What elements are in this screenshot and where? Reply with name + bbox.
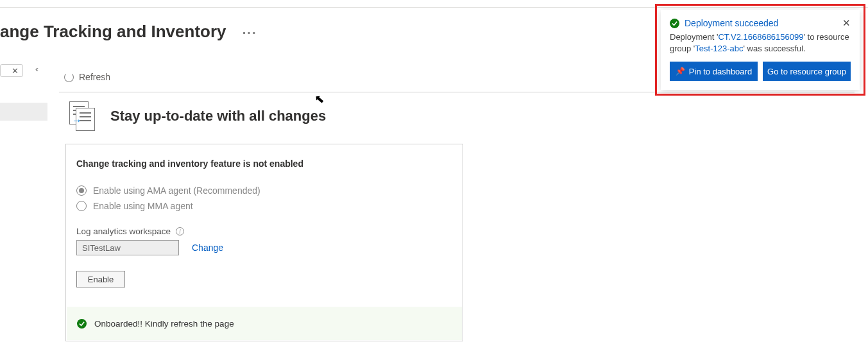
card-title: Change tracking and inventory feature is… — [76, 158, 452, 169]
close-panel-button[interactable]: ✕ — [0, 64, 23, 77]
toast-text: Deployment ' — [670, 32, 718, 42]
enable-button[interactable]: Enable — [76, 271, 125, 287]
nav-selected-item[interactable] — [0, 103, 47, 121]
collapse-nav-icon[interactable]: ‹‹ — [35, 65, 37, 74]
refresh-label: Refresh — [79, 72, 110, 82]
status-bar: Onboarded!! Kindly refresh the page — [67, 307, 462, 340]
enable-card: Change tracking and inventory feature is… — [65, 144, 463, 341]
refresh-button[interactable]: Refresh — [64, 72, 110, 82]
pin-label: Pin to dashboard — [689, 67, 752, 76]
hero-section: → Stay up-to-date with all changes — [68, 101, 326, 131]
workspace-label-text: Log analytics workspace — [76, 227, 171, 236]
toast-body: Deployment 'CT.V2.1668686156099' to reso… — [670, 31, 851, 54]
radio-ama-label: Enable using AMA agent (Recommended) — [93, 185, 260, 196]
success-icon — [670, 19, 679, 28]
radio-icon — [76, 201, 87, 211]
hero-heading: Stay up-to-date with all changes — [110, 108, 326, 124]
close-icon[interactable]: ✕ — [842, 17, 851, 29]
pin-icon: 📌 — [676, 67, 685, 76]
toast-text: ' was successful. — [744, 44, 806, 53]
close-icon: ✕ — [12, 66, 19, 76]
radio-icon — [76, 185, 87, 196]
radio-mma-label: Enable using MMA agent — [93, 201, 193, 211]
radio-mma[interactable]: Enable using MMA agent — [76, 201, 452, 211]
deployment-link[interactable]: CT.V2.1668686156099 — [718, 32, 803, 42]
status-text: Onboarded!! Kindly refresh the page — [94, 319, 234, 329]
workspace-input — [76, 240, 179, 255]
goto-label: Go to resource group — [767, 67, 846, 76]
page-title: ange Tracking and Inventory ··· — [0, 22, 257, 42]
resource-group-link[interactable]: Test-123-abc — [695, 44, 743, 53]
toast-title[interactable]: Deployment succeeded — [685, 18, 837, 28]
notification-highlight: Deployment succeeded ✕ Deployment 'CT.V2… — [655, 4, 865, 96]
go-to-resource-group-button[interactable]: Go to resource group — [763, 62, 851, 81]
page-actions-ellipsis[interactable]: ··· — [243, 26, 257, 40]
change-link[interactable]: Change — [192, 243, 223, 253]
radio-ama[interactable]: Enable using AMA agent (Recommended) — [76, 185, 452, 196]
deployment-toast: Deployment succeeded ✕ Deployment 'CT.V2… — [661, 10, 860, 90]
refresh-icon — [64, 73, 74, 82]
success-icon — [77, 319, 87, 329]
pin-to-dashboard-button[interactable]: 📌 Pin to dashboard — [670, 62, 758, 81]
workspace-label: Log analytics workspace i — [76, 227, 452, 236]
documents-icon: → — [68, 101, 96, 131]
info-icon[interactable]: i — [176, 227, 184, 235]
page-title-text: ange Tracking and Inventory — [0, 22, 226, 41]
